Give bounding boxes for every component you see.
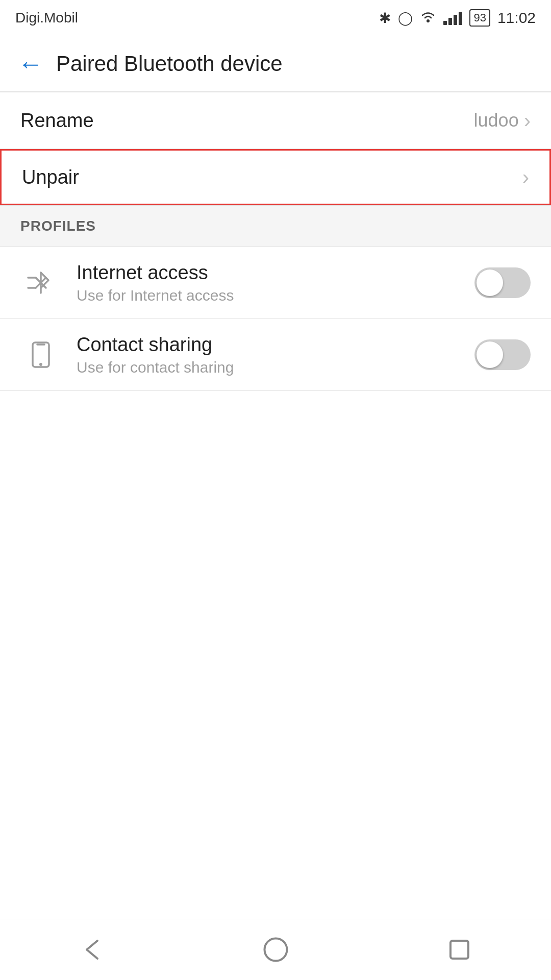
nav-recents-button[interactable]: [429, 929, 490, 970]
internet-access-subtitle: Use for Internet access: [77, 287, 474, 304]
back-arrow-icon: ←: [18, 51, 43, 77]
unpair-label: Unpair: [22, 166, 79, 188]
signal-icon: [443, 11, 462, 25]
bluetooth-status-icon: ✱: [379, 10, 391, 27]
internet-access-text: Internet access Use for Internet access: [77, 262, 474, 304]
svg-point-0: [427, 19, 430, 22]
svg-rect-7: [450, 941, 468, 959]
time-label: 11:02: [497, 9, 536, 27]
status-icons: ✱ ◯ 93 11:02: [379, 9, 536, 27]
svg-point-6: [264, 939, 287, 961]
page-title: Paired Bluetooth device: [56, 52, 283, 76]
phone-profile-icon: [20, 334, 61, 375]
profiles-section-header: PROFILES: [0, 206, 551, 247]
divider-6: [0, 390, 551, 391]
internet-access-title: Internet access: [77, 262, 474, 284]
nav-recents-icon: [445, 936, 473, 964]
carrier-label: Digi.Mobil: [15, 10, 78, 26]
internet-access-row[interactable]: Internet access Use for Internet access: [0, 247, 551, 318]
battery-level: 93: [473, 11, 486, 24]
bluetooth-profile-icon: [20, 262, 61, 303]
contact-sharing-row[interactable]: Contact sharing Use for contact sharing: [0, 319, 551, 390]
svg-point-5: [39, 363, 42, 366]
unpair-right: ›: [522, 166, 529, 189]
nav-bar: [0, 919, 551, 980]
contact-sharing-text: Contact sharing Use for contact sharing: [77, 334, 474, 376]
rename-value: ludoo: [474, 110, 519, 131]
nav-home-button[interactable]: [245, 929, 306, 970]
nav-back-icon: [78, 936, 106, 964]
back-button[interactable]: ←: [15, 48, 46, 79]
toggle-thumb: [477, 270, 503, 296]
contact-sharing-subtitle: Use for contact sharing: [77, 359, 474, 376]
internet-access-toggle[interactable]: [474, 267, 531, 298]
rename-row[interactable]: Rename ludoo ›: [0, 92, 551, 149]
nav-home-icon: [262, 936, 290, 964]
app-bar: ← Paired Bluetooth device: [0, 36, 551, 92]
unpair-chevron-icon: ›: [522, 166, 529, 189]
profiles-section-label: PROFILES: [20, 218, 96, 234]
battery-box: 93: [469, 9, 490, 27]
contact-sharing-toggle[interactable]: [474, 339, 531, 370]
alarm-icon: ◯: [398, 10, 413, 26]
rename-right: ludoo ›: [474, 109, 531, 132]
rename-chevron-icon: ›: [524, 109, 531, 132]
rename-label: Rename: [20, 110, 94, 132]
contact-sharing-title: Contact sharing: [77, 334, 474, 356]
status-bar: Digi.Mobil ✱ ◯ 93 11:02: [0, 0, 551, 36]
unpair-row[interactable]: Unpair ›: [0, 149, 551, 205]
toggle-thumb-2: [477, 341, 503, 368]
nav-back-button[interactable]: [61, 929, 122, 970]
wifi-icon: [420, 10, 436, 27]
